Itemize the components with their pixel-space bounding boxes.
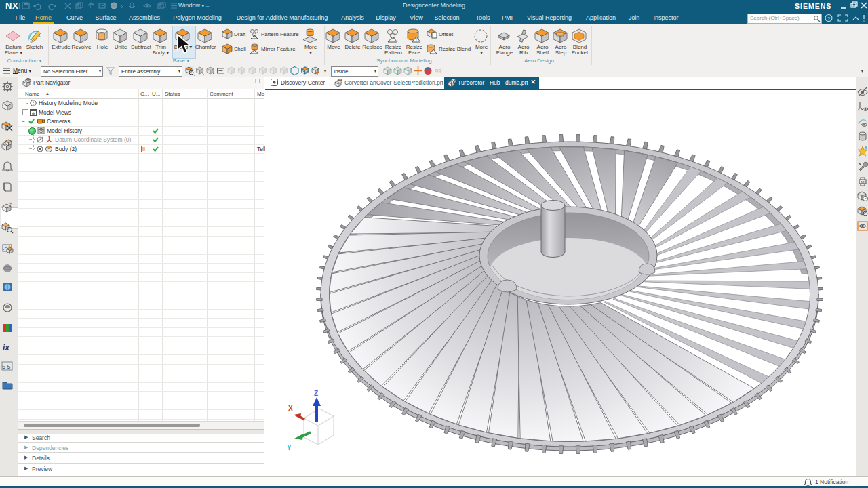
svg-text:!: ! [416,37,417,42]
svg-text:M: M [861,180,865,184]
svg-text:5 5: 5 5 [2,363,11,370]
svg-text:99: 99 [435,68,441,75]
svg-text:ix: ix [3,343,10,352]
svg-text:?: ? [827,16,831,22]
